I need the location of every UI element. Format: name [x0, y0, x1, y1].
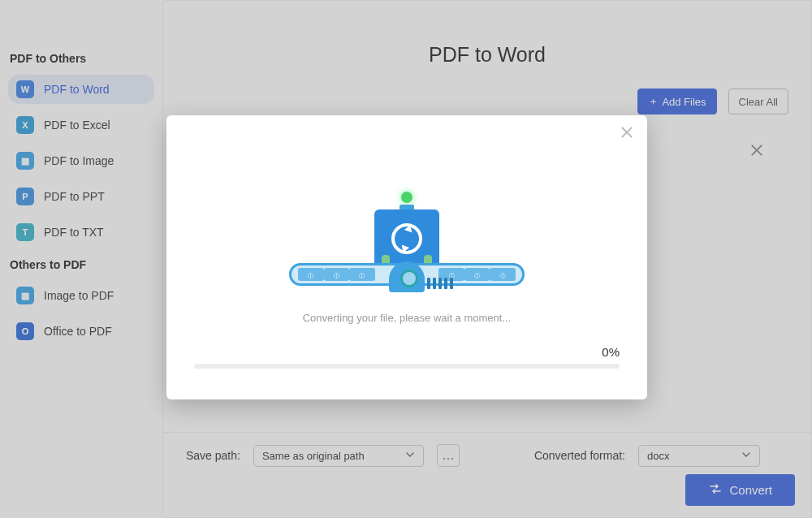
- conversion-machine-illustration: ⦶⦶⦶ ⦶⦶⦶: [289, 179, 525, 292]
- progress-bar: [194, 364, 620, 369]
- progress-percent: 0%: [194, 345, 620, 359]
- conversion-progress-modal: ⦶⦶⦶ ⦶⦶⦶ Converting your file, please wai…: [166, 115, 647, 399]
- modal-close-icon[interactable]: [620, 125, 634, 143]
- conversion-status-text: Converting your file, please wait a mome…: [166, 312, 647, 324]
